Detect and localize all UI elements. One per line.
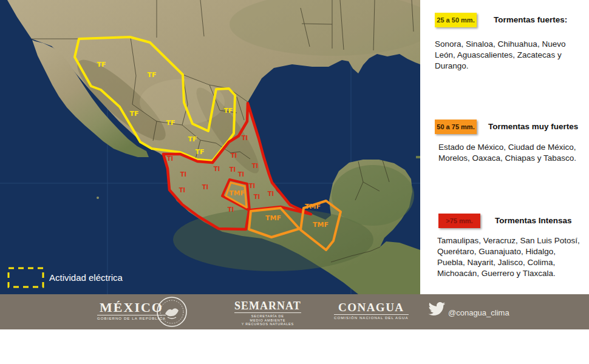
map-label-tf: TF bbox=[195, 148, 204, 156]
storm-level-title: Tormentas muy fuertes bbox=[488, 122, 578, 131]
storm-level-states: Sonora, Sinaloa, Chihuahua, Nuevo León, … bbox=[435, 39, 578, 72]
map-label-ti: TI bbox=[238, 171, 245, 178]
mexico-satellite-map: TFTFTFTFTFTFTFTITITITITITITITITITITITITI… bbox=[0, 0, 420, 294]
island bbox=[416, 156, 420, 158]
national-seal-icon bbox=[155, 295, 188, 328]
bottom-white-strip bbox=[0, 329, 589, 364]
map-label-ti: TI bbox=[268, 190, 274, 197]
map-label-tf: TF bbox=[223, 107, 233, 115]
storm-level-states: Tamaulipas, Veracruz, San Luis Potosí, Q… bbox=[437, 235, 582, 279]
map-label-tf: TF bbox=[147, 71, 156, 79]
rain-range-badge-red: >75 mm. bbox=[438, 214, 480, 228]
conagua-logo-subtitle: COMISIÓN NACIONAL DEL AGUA bbox=[334, 316, 409, 320]
storm-level-states: Estado de México, Ciudad de México, More… bbox=[438, 142, 578, 164]
map-label-ti: TI bbox=[242, 135, 248, 141]
map-label-tf: TF bbox=[97, 61, 106, 69]
warning-legend-panel: 25 a 50 mm. Tormentas fuertes: Sonora, S… bbox=[420, 0, 589, 294]
map-label-ti: TI bbox=[179, 187, 186, 194]
map-label-tmf: TMF bbox=[265, 214, 281, 222]
map-label-ti: TI bbox=[252, 163, 259, 169]
map-svg: TFTFTFTFTFTFTFTITITITITITITITITITITITITI… bbox=[0, 0, 420, 294]
map-label-ti: TI bbox=[214, 166, 220, 172]
storm-level-title: Tormentas Intensas bbox=[495, 216, 572, 225]
divider bbox=[334, 314, 409, 315]
map-label-ti: TI bbox=[231, 152, 237, 159]
twitter-section: @conagua_clima bbox=[427, 302, 446, 320]
activity-legend-label: Actividad eléctrica bbox=[49, 272, 123, 283]
semarnat-logo-title: SEMARNAT bbox=[234, 301, 301, 311]
map-label-tmf: TMF bbox=[313, 221, 329, 229]
rain-range-badge-orange: 50 a 75 mm. bbox=[435, 120, 477, 134]
map-label-tf: TF bbox=[188, 135, 197, 143]
map-label-tf: TF bbox=[129, 110, 138, 118]
map-label-ti: TI bbox=[167, 155, 174, 162]
map-label-ti: TI bbox=[180, 171, 187, 178]
semarnat-logo: SEMARNAT SECRETARÍA DE MEDIO AMBIENTE Y … bbox=[234, 301, 301, 326]
storm-warning-screen: TFTFTFTFTFTFTFTITITITITITITITITITITITITI… bbox=[0, 0, 589, 364]
map-label-ti: TI bbox=[230, 166, 236, 173]
island bbox=[97, 197, 99, 199]
map-label-ti: TI bbox=[228, 206, 234, 213]
semarnat-subtitle-line: Y RECURSOS NATURALES bbox=[234, 322, 301, 326]
map-label-tmf: TMF bbox=[305, 203, 321, 211]
map-label-ti: TI bbox=[254, 194, 260, 200]
rain-range-badge-yellow: 25 a 50 mm. bbox=[435, 13, 477, 27]
conagua-logo: CONAGUA COMISIÓN NACIONAL DEL AGUA bbox=[334, 302, 409, 320]
map-label-tmf: TMF bbox=[229, 189, 245, 197]
twitter-handle[interactable]: @conagua_clima bbox=[448, 308, 509, 317]
divider bbox=[234, 312, 301, 313]
conagua-logo-title: CONAGUA bbox=[334, 302, 409, 313]
storm-level-title: Tormentas fuertes: bbox=[494, 15, 567, 24]
map-label-ti: TI bbox=[202, 184, 209, 190]
twitter-bird-icon[interactable] bbox=[427, 302, 446, 317]
map-label-tf: TF bbox=[166, 119, 175, 127]
map-label-ti: TI bbox=[249, 183, 256, 189]
government-footer-bar: MÉXICO GOBIERNO DE LA REPÚBLICA SEMARNAT… bbox=[0, 294, 589, 329]
